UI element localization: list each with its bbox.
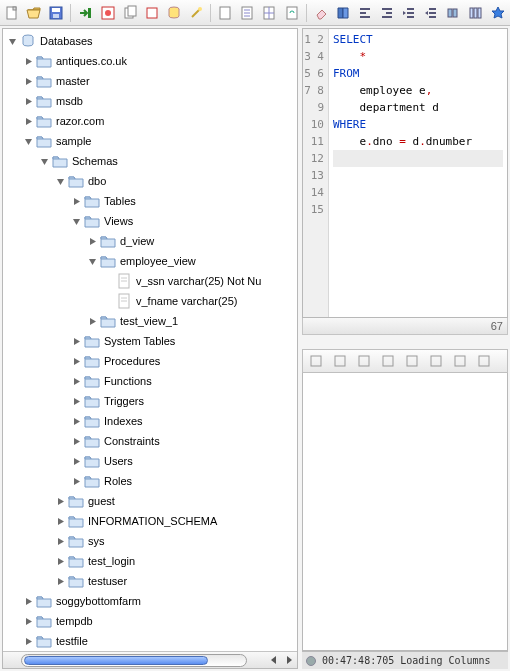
tree-row[interactable]: Constraints bbox=[5, 431, 297, 451]
chevron-right-icon[interactable] bbox=[71, 336, 82, 347]
export-icon[interactable] bbox=[473, 350, 495, 372]
tree-row[interactable]: msdb bbox=[5, 91, 297, 111]
chevron-right-icon[interactable] bbox=[71, 196, 82, 207]
chevron-right-icon[interactable] bbox=[71, 476, 82, 487]
outdent-icon[interactable] bbox=[421, 2, 441, 24]
chevron-down-icon[interactable] bbox=[87, 256, 98, 267]
tree-row[interactable]: Views bbox=[5, 211, 297, 231]
tree-row[interactable]: Roles bbox=[5, 471, 297, 491]
insert-icon[interactable] bbox=[401, 350, 423, 372]
chevron-down-icon[interactable] bbox=[7, 36, 18, 47]
chevron-down-icon[interactable] bbox=[23, 136, 34, 147]
tree-hscroll-thumb[interactable] bbox=[24, 656, 208, 665]
tree-row[interactable]: testfile bbox=[5, 631, 297, 651]
tree-row[interactable]: System Tables bbox=[5, 331, 297, 351]
chevron-right-icon[interactable] bbox=[71, 396, 82, 407]
book-icon[interactable] bbox=[333, 2, 353, 24]
chevron-right-icon[interactable] bbox=[23, 616, 34, 627]
chevron-right-icon[interactable] bbox=[55, 496, 66, 507]
import-icon[interactable] bbox=[75, 2, 95, 24]
tree-row[interactable]: Functions bbox=[5, 371, 297, 391]
tree-row[interactable]: test_view_1 bbox=[5, 311, 297, 331]
scroll-left-icon[interactable] bbox=[265, 653, 281, 668]
scroll-right-icon[interactable] bbox=[281, 653, 297, 668]
tree-row[interactable]: antiques.co.uk bbox=[5, 51, 297, 71]
delete-icon[interactable] bbox=[425, 350, 447, 372]
doc-refresh-icon[interactable] bbox=[282, 2, 302, 24]
chevron-right-icon[interactable] bbox=[55, 576, 66, 587]
chevron-right-icon[interactable] bbox=[71, 356, 82, 367]
tree-row[interactable]: dbo bbox=[5, 171, 297, 191]
chevron-right-icon[interactable] bbox=[87, 236, 98, 247]
chevron-right-icon[interactable] bbox=[87, 316, 98, 327]
chevron-right-icon[interactable] bbox=[55, 516, 66, 527]
chevron-down-icon[interactable] bbox=[39, 156, 50, 167]
refresh-red-icon[interactable] bbox=[97, 2, 117, 24]
tree-row[interactable]: soggybottomfarm bbox=[5, 591, 297, 611]
tree-row[interactable]: employee_view bbox=[5, 251, 297, 271]
chevron-right-icon[interactable] bbox=[71, 456, 82, 467]
chevron-right-icon[interactable] bbox=[71, 436, 82, 447]
tree-row[interactable]: INFORMATION_SCHEMA bbox=[5, 511, 297, 531]
chevron-right-icon[interactable] bbox=[23, 56, 34, 67]
doc-grid-icon[interactable] bbox=[259, 2, 279, 24]
chevron-right-icon[interactable] bbox=[71, 416, 82, 427]
chevron-right-icon[interactable] bbox=[55, 536, 66, 547]
tree-hscrollbar[interactable] bbox=[3, 651, 297, 668]
first-icon[interactable] bbox=[305, 350, 327, 372]
star-icon[interactable] bbox=[488, 2, 508, 24]
chevron-right-icon[interactable] bbox=[23, 116, 34, 127]
tree-row[interactable]: tempdb bbox=[5, 611, 297, 631]
open-folder-icon[interactable] bbox=[24, 2, 44, 24]
tree-row[interactable]: v_ssn varchar(25) Not Nu bbox=[5, 271, 297, 291]
next-icon[interactable] bbox=[353, 350, 375, 372]
db-tree[interactable]: Databasesantiques.co.ukmastermsdbrazor.c… bbox=[3, 29, 297, 651]
tree-row[interactable]: Procedures bbox=[5, 351, 297, 371]
chevron-right-icon[interactable] bbox=[23, 76, 34, 87]
chevron-right-icon[interactable] bbox=[23, 96, 34, 107]
chevron-right-icon[interactable] bbox=[71, 376, 82, 387]
tree-row[interactable]: Databases bbox=[5, 31, 297, 51]
sql-code[interactable]: SELECT * FROM employee e, department d W… bbox=[329, 29, 507, 317]
align-right-icon[interactable] bbox=[377, 2, 397, 24]
tree-row[interactable]: testuser bbox=[5, 571, 297, 591]
tree-row[interactable]: d_view bbox=[5, 231, 297, 251]
editor-hscrollbar[interactable]: 67 bbox=[302, 318, 508, 335]
cylinder-icon[interactable] bbox=[164, 2, 184, 24]
tree-row[interactable]: Indexes bbox=[5, 411, 297, 431]
indent-icon[interactable] bbox=[399, 2, 419, 24]
columns-icon[interactable] bbox=[466, 2, 486, 24]
chevron-down-icon[interactable] bbox=[55, 176, 66, 187]
tree-row[interactable]: Tables bbox=[5, 191, 297, 211]
new-file-icon[interactable] bbox=[2, 2, 22, 24]
sql-editor[interactable]: 1 2 3 4 5 6 7 8 9 10 11 12 13 14 15 SELE… bbox=[302, 28, 508, 318]
tree-row[interactable]: Triggers bbox=[5, 391, 297, 411]
align-left-icon[interactable] bbox=[355, 2, 375, 24]
prev-icon[interactable] bbox=[329, 350, 351, 372]
eraser-icon[interactable] bbox=[311, 2, 331, 24]
tree-row[interactable]: sample bbox=[5, 131, 297, 151]
doc-lines-icon[interactable] bbox=[237, 2, 257, 24]
tree-row[interactable]: master bbox=[5, 71, 297, 91]
chevron-right-icon[interactable] bbox=[23, 596, 34, 607]
copy-icon[interactable] bbox=[120, 2, 140, 24]
stop-icon[interactable] bbox=[142, 2, 162, 24]
tree-row[interactable]: v_fname varchar(25) bbox=[5, 291, 297, 311]
tree-row[interactable]: razor.com bbox=[5, 111, 297, 131]
doc1-icon[interactable] bbox=[215, 2, 235, 24]
last-icon[interactable] bbox=[377, 350, 399, 372]
tree-row[interactable]: test_login bbox=[5, 551, 297, 571]
grid-icon[interactable] bbox=[449, 350, 471, 372]
tree-row[interactable]: Schemas bbox=[5, 151, 297, 171]
tree-row[interactable]: sys bbox=[5, 531, 297, 551]
chevron-right-icon[interactable] bbox=[23, 636, 34, 647]
chevron-right-icon[interactable] bbox=[55, 556, 66, 567]
wand-icon[interactable] bbox=[186, 2, 206, 24]
group-icon[interactable] bbox=[443, 2, 463, 24]
tree-row[interactable]: Users bbox=[5, 451, 297, 471]
save-icon[interactable] bbox=[46, 2, 66, 24]
folder-icon bbox=[84, 193, 100, 209]
chevron-down-icon[interactable] bbox=[71, 216, 82, 227]
results-pane[interactable] bbox=[302, 373, 508, 651]
tree-row[interactable]: guest bbox=[5, 491, 297, 511]
